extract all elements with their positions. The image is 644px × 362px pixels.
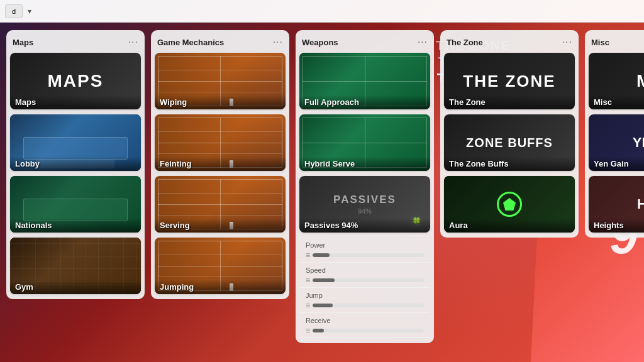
column-title-maps: Maps [13,38,33,47]
stat-bar-fill [313,329,324,332]
card-thumb-full-approach: Full Approach [299,53,430,109]
card-serving[interactable]: Serving [155,176,286,233]
stat-icon: ≡ [306,251,310,260]
card-hybrid-serve[interactable]: Hybrid Serve [299,114,430,171]
column-header-maps: Maps··· [10,35,141,53]
column-header-misc: Misc··· [589,35,644,53]
stat-row-power: Power ≡ [299,238,430,263]
card-thumb-wiping: Wiping [155,53,286,109]
topbar-chevron-icon[interactable]: ▾ [28,7,31,16]
card-thumb-jumping: Jumping [155,238,286,294]
card-gym[interactable]: Gym [10,238,141,294]
card-the-zone-card[interactable]: THE ZONEThe Zone [444,53,575,109]
card-label-passives: Passives 94% [299,218,430,233]
aura-icon [503,198,516,211]
column-menu-the-zone[interactable]: ··· [562,36,572,48]
stat-row-receive: Receive ≡ [299,313,430,338]
card-jumping[interactable]: Jumping [155,238,286,294]
topbar-back-label: d [12,8,16,15]
card-label-gym: Gym [10,280,141,294]
card-label-wiping: Wiping [155,95,286,109]
card-label-yen-gain: Yen Gain [589,156,644,171]
card-zone-buffs[interactable]: ZONE BUFFSThe Zone Buffs [444,114,575,171]
card-label-serving: Serving [155,218,286,233]
card-thumb-the-zone-card: THE ZONEThe Zone [444,53,575,109]
card-passives[interactable]: PASSIVES 94% 🍀 Passives 94% [299,176,430,233]
stat-row-speed: Speed ≡ [299,263,430,288]
card-label-jumping: Jumping [155,280,286,294]
card-label-lobby: Lobby [10,156,141,171]
column-header-the-zone: The Zone··· [444,35,575,53]
card-thumb-serving: Serving [155,176,286,233]
column-menu-weapons[interactable]: ··· [418,36,428,48]
card-thumb-zone-buffs: ZONE BUFFSThe Zone Buffs [444,114,575,171]
card-thumb-feinting: Feinting [155,114,286,171]
card-lobby[interactable]: Lobby [10,114,141,171]
card-thumb-yen-gain: YEN GYen Gain [589,114,644,171]
column-menu-game-mechanics[interactable]: ··· [273,36,283,48]
column-maps: Maps···MAPSMaps Lobby Nationals Gym [6,30,145,299]
column-title-the-zone: The Zone [447,38,483,47]
card-label-hybrid-serve: Hybrid Serve [299,156,430,171]
column-title-game-mechanics: Game Mechanics [157,38,224,47]
card-heights[interactable]: HEIGHeights [589,176,644,233]
stat-label: Receive [306,317,424,324]
stat-label: Power [306,241,424,249]
column-title-misc: Misc [591,38,609,47]
column-header-weapons: Weapons··· [299,35,430,53]
column-title-weapons: Weapons [302,38,338,47]
stat-icon: ≡ [306,276,310,285]
stat-label: Speed [306,266,424,274]
card-thumb-lobby: Lobby [10,114,141,171]
stat-bar-fill [313,253,330,257]
card-yen-gain[interactable]: YEN GYen Gain [589,114,644,171]
card-wiping[interactable]: Wiping [155,53,286,109]
column-the-zone: The Zone···THE ZONEThe ZoneZONE BUFFSThe… [440,30,579,238]
stat-icon: ≡ [306,326,310,335]
misc-big-text: MIS [636,71,644,91]
card-full-approach[interactable]: Full Approach [299,53,430,109]
card-aura[interactable]: Aura [444,176,575,233]
card-thumb-maps-header: MAPSMaps [10,53,141,109]
card-thumb-aura: Aura [444,176,575,233]
topbar: d ▾ [0,0,644,23]
card-thumb-misc-header: MISMisc [589,53,644,109]
card-label-the-zone-card: The Zone [444,95,575,109]
card-maps-header[interactable]: MAPSMaps [10,53,141,109]
card-label-misc-header: Misc [589,95,644,109]
stat-icon: ≡ [306,301,310,310]
stat-bar-fill [313,304,333,307]
card-thumb-gym: Gym [10,238,141,294]
card-label-aura: Aura [444,218,575,233]
main-content: Maps···MAPSMaps Lobby Nationals GymGame … [0,23,644,362]
card-label-heights: Heights [589,218,644,233]
column-weapons: Weapons··· Full Approach Hybrid Serve P [296,30,434,343]
card-thumb-hybrid-serve: Hybrid Serve [299,114,430,171]
column-header-game-mechanics: Game Mechanics··· [155,35,286,53]
column-menu-maps[interactable]: ··· [128,36,138,48]
zone-buffs-text: ZONE BUFFS [466,136,553,150]
column-misc: Misc···MISMiscYEN GYen GainHEIGHeights [585,30,644,238]
passives-text: PASSIVES [333,194,396,206]
stat-label: Jump [306,292,424,299]
card-nationals[interactable]: Nationals [10,176,141,233]
card-feinting[interactable]: Feinting [155,114,286,171]
card-label-zone-buffs: The Zone Buffs [444,156,575,171]
stat-row-jump: Jump ≡ [299,288,430,313]
card-misc-header[interactable]: MISMisc [589,53,644,109]
card-thumb-heights: HEIGHeights [589,176,644,233]
card-thumb-passives: PASSIVES 94% 🍀 Passives 94% [299,176,430,233]
heights-big-text: HEIG [637,196,644,212]
card-label-full-approach: Full Approach [299,95,430,109]
topbar-back-button[interactable]: d [5,4,23,18]
zone-big-text: THE ZONE [463,72,555,90]
card-label-feinting: Feinting [155,156,286,171]
passives-percent: 94% [333,207,396,215]
maps-header-text: MAPS [48,71,104,91]
card-thumb-nationals: Nationals [10,176,141,233]
yen-big-text: YEN G [633,134,644,151]
card-label-nationals: Nationals [10,218,141,233]
column-game-mechanics: Game Mechanics··· Wiping [151,30,289,299]
card-label-maps-header: Maps [10,95,141,109]
stat-bar-fill [313,278,335,282]
